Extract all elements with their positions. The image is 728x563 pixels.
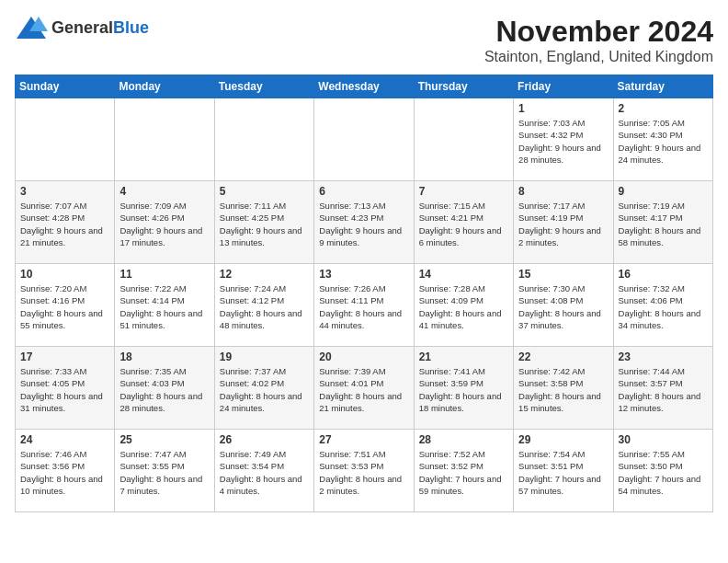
day-number: 2 [619,102,708,115]
day-info: Sunrise: 7:30 AM Sunset: 4:08 PM Dayligh… [518,282,608,331]
day-cell: 2Sunrise: 7:05 AM Sunset: 4:30 PM Daylig… [613,98,712,181]
day-number: 6 [319,185,408,198]
day-cell: 6Sunrise: 7:13 AM Sunset: 4:23 PM Daylig… [314,181,414,264]
day-cell [414,98,513,181]
day-header-saturday: Saturday [613,75,712,98]
day-info: Sunrise: 7:13 AM Sunset: 4:23 PM Dayligh… [319,200,408,248]
day-number: 30 [619,433,708,446]
day-number: 11 [119,268,209,281]
day-number: 3 [20,185,109,198]
day-info: Sunrise: 7:19 AM Sunset: 4:17 PM Dayligh… [619,200,708,248]
day-cell: 29Sunrise: 7:54 AM Sunset: 3:51 PM Dayli… [514,430,613,512]
day-number: 14 [419,268,508,281]
day-info: Sunrise: 7:22 AM Sunset: 4:14 PM Dayligh… [119,282,209,331]
day-cell: 8Sunrise: 7:17 AM Sunset: 4:19 PM Daylig… [514,181,613,264]
day-number: 15 [518,268,608,281]
day-info: Sunrise: 7:51 AM Sunset: 3:53 PM Dayligh… [319,448,408,497]
day-cell: 25Sunrise: 7:47 AM Sunset: 3:55 PM Dayli… [115,430,214,512]
day-number: 9 [619,185,708,198]
day-cell: 9Sunrise: 7:19 AM Sunset: 4:17 PM Daylig… [613,181,712,264]
day-number: 24 [20,433,109,446]
week-row-3: 10Sunrise: 7:20 AM Sunset: 4:16 PM Dayli… [16,264,713,347]
day-info: Sunrise: 7:47 AM Sunset: 3:55 PM Dayligh… [119,448,209,497]
logo-icon [15,15,48,40]
week-row-5: 24Sunrise: 7:46 AM Sunset: 3:56 PM Dayli… [16,430,713,512]
day-cell: 19Sunrise: 7:37 AM Sunset: 4:02 PM Dayli… [214,347,313,430]
day-cell [314,98,414,181]
day-info: Sunrise: 7:55 AM Sunset: 3:50 PM Dayligh… [619,448,708,497]
logo: GeneralBlue [15,15,149,40]
month-title: November 2024 [484,15,713,49]
day-info: Sunrise: 7:26 AM Sunset: 4:11 PM Dayligh… [319,282,408,331]
day-number: 8 [518,185,608,198]
week-row-4: 17Sunrise: 7:33 AM Sunset: 4:05 PM Dayli… [16,347,713,430]
day-cell: 26Sunrise: 7:49 AM Sunset: 3:54 PM Dayli… [214,430,313,512]
day-info: Sunrise: 7:52 AM Sunset: 3:52 PM Dayligh… [419,448,508,497]
day-cell: 20Sunrise: 7:39 AM Sunset: 4:01 PM Dayli… [314,347,414,430]
day-header-thursday: Thursday [414,75,513,98]
day-info: Sunrise: 7:15 AM Sunset: 4:21 PM Dayligh… [419,200,508,248]
day-info: Sunrise: 7:33 AM Sunset: 4:05 PM Dayligh… [20,365,109,414]
day-info: Sunrise: 7:54 AM Sunset: 3:51 PM Dayligh… [518,448,608,497]
day-header-tuesday: Tuesday [214,75,313,98]
day-number: 22 [518,350,608,363]
day-info: Sunrise: 7:07 AM Sunset: 4:28 PM Dayligh… [20,200,109,248]
day-number: 26 [220,433,309,446]
day-cell: 11Sunrise: 7:22 AM Sunset: 4:14 PM Dayli… [115,264,214,347]
day-cell: 17Sunrise: 7:33 AM Sunset: 4:05 PM Dayli… [16,347,115,430]
day-number: 21 [419,350,508,363]
days-header-row: SundayMondayTuesdayWednesdayThursdayFrid… [16,75,713,98]
day-cell: 24Sunrise: 7:46 AM Sunset: 3:56 PM Dayli… [16,430,115,512]
day-info: Sunrise: 7:11 AM Sunset: 4:25 PM Dayligh… [220,200,309,248]
day-header-wednesday: Wednesday [314,75,414,98]
day-number: 19 [220,350,309,363]
calendar-table: SundayMondayTuesdayWednesdayThursdayFrid… [15,75,713,512]
day-info: Sunrise: 7:42 AM Sunset: 3:58 PM Dayligh… [518,365,608,414]
day-info: Sunrise: 7:39 AM Sunset: 4:01 PM Dayligh… [319,365,408,414]
day-cell: 10Sunrise: 7:20 AM Sunset: 4:16 PM Dayli… [16,264,115,347]
day-info: Sunrise: 7:32 AM Sunset: 4:06 PM Dayligh… [619,282,708,331]
day-info: Sunrise: 7:05 AM Sunset: 4:30 PM Dayligh… [619,117,708,166]
day-cell: 15Sunrise: 7:30 AM Sunset: 4:08 PM Dayli… [514,264,613,347]
day-info: Sunrise: 7:24 AM Sunset: 4:12 PM Dayligh… [220,282,309,331]
day-cell: 18Sunrise: 7:35 AM Sunset: 4:03 PM Dayli… [115,347,214,430]
day-number: 18 [119,350,209,363]
day-info: Sunrise: 7:41 AM Sunset: 3:59 PM Dayligh… [419,365,508,414]
day-info: Sunrise: 7:20 AM Sunset: 4:16 PM Dayligh… [20,282,109,331]
day-number: 10 [20,268,109,281]
day-header-monday: Monday [115,75,214,98]
day-number: 13 [319,268,408,281]
day-info: Sunrise: 7:17 AM Sunset: 4:19 PM Dayligh… [518,200,608,248]
day-number: 27 [319,433,408,446]
day-header-sunday: Sunday [16,75,115,98]
day-info: Sunrise: 7:35 AM Sunset: 4:03 PM Dayligh… [119,365,209,414]
day-cell: 27Sunrise: 7:51 AM Sunset: 3:53 PM Dayli… [314,430,414,512]
day-number: 25 [119,433,209,446]
day-cell: 22Sunrise: 7:42 AM Sunset: 3:58 PM Dayli… [514,347,613,430]
day-cell: 30Sunrise: 7:55 AM Sunset: 3:50 PM Dayli… [613,430,712,512]
day-number: 23 [619,350,708,363]
location: Stainton, England, United Kingdom [484,49,713,65]
header: GeneralBlue November 2024 Stainton, Engl… [15,15,713,65]
day-cell: 21Sunrise: 7:41 AM Sunset: 3:59 PM Dayli… [414,347,513,430]
day-number: 7 [419,185,508,198]
week-row-2: 3Sunrise: 7:07 AM Sunset: 4:28 PM Daylig… [16,181,713,264]
day-cell: 1Sunrise: 7:03 AM Sunset: 4:32 PM Daylig… [514,98,613,181]
day-number: 5 [220,185,309,198]
day-cell: 16Sunrise: 7:32 AM Sunset: 4:06 PM Dayli… [613,264,712,347]
day-cell: 23Sunrise: 7:44 AM Sunset: 3:57 PM Dayli… [613,347,712,430]
day-cell: 14Sunrise: 7:28 AM Sunset: 4:09 PM Dayli… [414,264,513,347]
day-cell [214,98,313,181]
day-cell [16,98,115,181]
day-info: Sunrise: 7:37 AM Sunset: 4:02 PM Dayligh… [220,365,309,414]
day-cell: 5Sunrise: 7:11 AM Sunset: 4:25 PM Daylig… [214,181,313,264]
day-number: 20 [319,350,408,363]
day-cell: 3Sunrise: 7:07 AM Sunset: 4:28 PM Daylig… [16,181,115,264]
day-cell: 28Sunrise: 7:52 AM Sunset: 3:52 PM Dayli… [414,430,513,512]
logo-general: General [51,18,113,37]
day-info: Sunrise: 7:03 AM Sunset: 4:32 PM Dayligh… [518,117,608,166]
day-cell: 4Sunrise: 7:09 AM Sunset: 4:26 PM Daylig… [115,181,214,264]
day-header-friday: Friday [514,75,613,98]
week-row-1: 1Sunrise: 7:03 AM Sunset: 4:32 PM Daylig… [16,98,713,181]
day-cell: 12Sunrise: 7:24 AM Sunset: 4:12 PM Dayli… [214,264,313,347]
